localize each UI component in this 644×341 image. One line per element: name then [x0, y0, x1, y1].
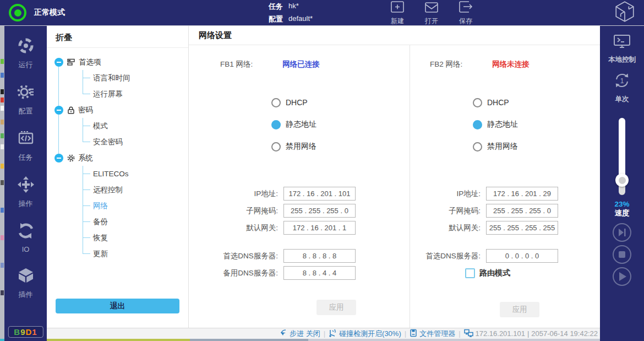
sidebar-item-io[interactable]: IO	[17, 222, 35, 253]
sidebar-item-label: 运行	[19, 60, 33, 70]
tree-node-label: 系统	[78, 153, 93, 163]
fb1-dns2-label: 备用DNS服务器:	[189, 268, 283, 278]
step-mode-toggle[interactable]: 步进 关闭	[280, 329, 320, 339]
route-mode-label: 路由模式	[479, 268, 510, 278]
tree-leaf-elitecos[interactable]: ELITECOs	[83, 166, 188, 182]
page-title: 网络设置	[189, 26, 600, 45]
desktop-bottom-strip	[0, 339, 644, 341]
run-icon	[17, 37, 35, 57]
tree-leaf-label: 备份	[93, 217, 108, 227]
fb2-address-fields: IP地址: 子网掩码: 默认网关:	[410, 187, 600, 235]
tree-leaf-label: 远程控制	[93, 185, 123, 195]
exit-button[interactable]: 退出	[56, 299, 179, 313]
tree-leaf-label: ELITECOs	[93, 170, 129, 178]
tree-leaf-backup[interactable]: 备份	[83, 214, 188, 230]
sidebar-item-run[interactable]: 运行	[17, 37, 35, 70]
fb1-radio-dhcp[interactable]: DHCP	[271, 97, 410, 108]
collapse-toggle-icon[interactable]	[54, 58, 63, 67]
collapse-toggle-icon[interactable]	[54, 154, 63, 163]
tree-children: 语言和时间 运行屏幕	[83, 70, 188, 102]
tree-leaf-language-time[interactable]: 语言和时间	[83, 70, 188, 86]
sidebar-item-task[interactable]: 任务	[17, 129, 35, 163]
radio-label: DHCP	[487, 98, 509, 107]
sidebar-item-plugin[interactable]: 插件	[17, 267, 35, 300]
skip-next-icon	[612, 235, 632, 244]
sidebar-item-label: 任务	[19, 153, 33, 163]
network-status[interactable]: 172.16.201.101 | 2057-06-14 19:42:22	[464, 329, 598, 339]
local-control-button[interactable]: 本地控制	[600, 34, 644, 64]
system-gear-icon	[67, 154, 75, 162]
preferences-icon	[67, 58, 75, 66]
loop-once-icon: 1	[613, 71, 631, 92]
new-button-label: 新建	[391, 17, 404, 26]
cube-icon	[17, 267, 35, 286]
file-manager-button[interactable]: 文件管理器	[410, 329, 455, 339]
fb2-dns-fields: 首选DNS服务器:	[410, 249, 600, 263]
radio-circle-icon	[473, 120, 482, 129]
fb1-ip-input[interactable]	[283, 187, 356, 201]
collision-detection-label: 碰撞检测开启(30%)	[339, 329, 401, 339]
fb1-radio-group: DHCP 静态地址 禁用网络	[271, 97, 410, 152]
status-bar: 步进 关闭 | 碰撞检测开启(30%) | 文件管理器 | 172.16.201…	[47, 328, 600, 339]
fb2-gateway-input[interactable]	[486, 221, 558, 235]
sidebar-item-operate[interactable]: 操作	[17, 176, 35, 209]
tree-leaf-restore[interactable]: 恢复	[83, 230, 188, 246]
fb2-route-mode-checkbox[interactable]: 路由模式	[465, 268, 600, 278]
tree-node-system[interactable]: 系统	[47, 150, 188, 166]
tree-leaf-safety-password[interactable]: 安全密码	[83, 134, 188, 150]
speed-readout: 23% 速度	[600, 200, 644, 218]
open-button[interactable]: 打开	[424, 0, 439, 26]
fb2-apply-button[interactable]: 应用	[500, 302, 539, 317]
speed-slider-thumb[interactable]	[615, 174, 629, 187]
network-icon	[464, 329, 473, 339]
fb1-apply-button[interactable]: 应用	[316, 300, 356, 315]
single-run-button[interactable]: 1 单次	[600, 71, 644, 104]
tree-leaf-label: 网络	[93, 201, 108, 211]
fb1-dns2-input[interactable]	[283, 266, 356, 280]
tree-leaf-remote-control[interactable]: 远程控制	[83, 182, 188, 198]
step-forward-button[interactable]	[612, 223, 632, 242]
right-sidebar: 本地控制 1 单次 23% 速度	[600, 26, 644, 341]
robot-mode-button[interactable]: 正常模式	[9, 4, 65, 21]
config-label: 配置	[269, 14, 283, 24]
radio-circle-icon	[473, 142, 482, 151]
fb2-ip-input[interactable]	[486, 187, 558, 201]
collapse-toggle-icon[interactable]	[54, 106, 63, 115]
sidebar-item-config[interactable]: 配置	[17, 83, 35, 116]
collision-detection-toggle[interactable]: 碰撞检测开启(30%)	[329, 329, 401, 339]
play-button[interactable]	[612, 267, 632, 286]
new-button[interactable]: 新建	[390, 0, 405, 26]
fb1-radio-disable[interactable]: 禁用网络	[271, 141, 410, 152]
fb1-radio-static[interactable]: 静态地址	[271, 119, 410, 130]
robot-code-badge: B9D1	[8, 326, 43, 338]
tree-leaf-network[interactable]: 网络	[83, 198, 188, 214]
fb2-radio-dhcp[interactable]: DHCP	[473, 97, 600, 108]
tree-node-password[interactable]: 密码	[47, 102, 188, 118]
task-label: 任务	[269, 2, 283, 12]
radio-circle-icon	[473, 98, 482, 107]
fb1-gateway-input[interactable]	[283, 221, 356, 235]
stop-button[interactable]	[612, 245, 632, 264]
fb1-mask-input[interactable]	[283, 204, 356, 218]
fb1-dns1-input[interactable]	[283, 249, 356, 263]
datetime-text: 2057-06-14 19:42:22	[531, 329, 598, 338]
tree-leaf-run-screen[interactable]: 运行屏幕	[83, 86, 188, 102]
fb2-mask-input[interactable]	[486, 204, 558, 218]
top-bar: 正常模式 任务 hk* 配置 default* 新建	[0, 0, 644, 26]
tree-node-preferences[interactable]: 首选项	[47, 54, 188, 70]
fb2-radio-static[interactable]: 静态地址	[473, 119, 600, 130]
stop-icon	[612, 257, 632, 266]
separator: |	[324, 329, 325, 338]
fb2-dns1-input[interactable]	[486, 249, 558, 263]
tree-leaf-label: 模式	[93, 121, 108, 131]
save-button[interactable]: 保存	[458, 0, 473, 26]
tree-leaf-label: 语言和时间	[93, 73, 130, 83]
io-sync-icon	[17, 222, 35, 242]
file-manager-label: 文件管理器	[419, 329, 455, 339]
fb2-gateway-label: 默认网关:	[410, 223, 486, 233]
tree-leaf-update[interactable]: 更新	[83, 246, 188, 262]
tree-leaf-mode[interactable]: 模式	[83, 118, 188, 134]
radio-circle-icon	[271, 98, 281, 107]
fb2-radio-disable[interactable]: 禁用网络	[473, 141, 600, 152]
task-config-info: 任务 hk* 配置 default*	[269, 2, 313, 24]
